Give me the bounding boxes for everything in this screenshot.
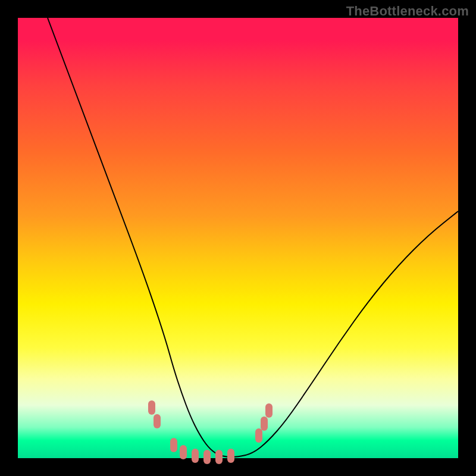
curve-marker bbox=[154, 414, 161, 428]
curve-marker bbox=[215, 450, 223, 464]
curve-marker bbox=[203, 450, 211, 464]
marker-group bbox=[148, 400, 273, 464]
curve-marker bbox=[261, 416, 268, 431]
chart-container: TheBottleneck.com bbox=[0, 0, 476, 476]
curve-marker bbox=[192, 449, 199, 463]
bottleneck-curve bbox=[48, 18, 458, 457]
curve-marker bbox=[227, 449, 234, 463]
curve-marker bbox=[170, 438, 177, 452]
curve-marker bbox=[148, 400, 155, 415]
curve-marker bbox=[255, 428, 262, 443]
curve-marker bbox=[265, 403, 273, 418]
plot-area bbox=[18, 18, 458, 458]
curve-svg bbox=[18, 18, 458, 458]
curve-marker bbox=[180, 445, 187, 459]
watermark-text: TheBottleneck.com bbox=[346, 4, 469, 19]
